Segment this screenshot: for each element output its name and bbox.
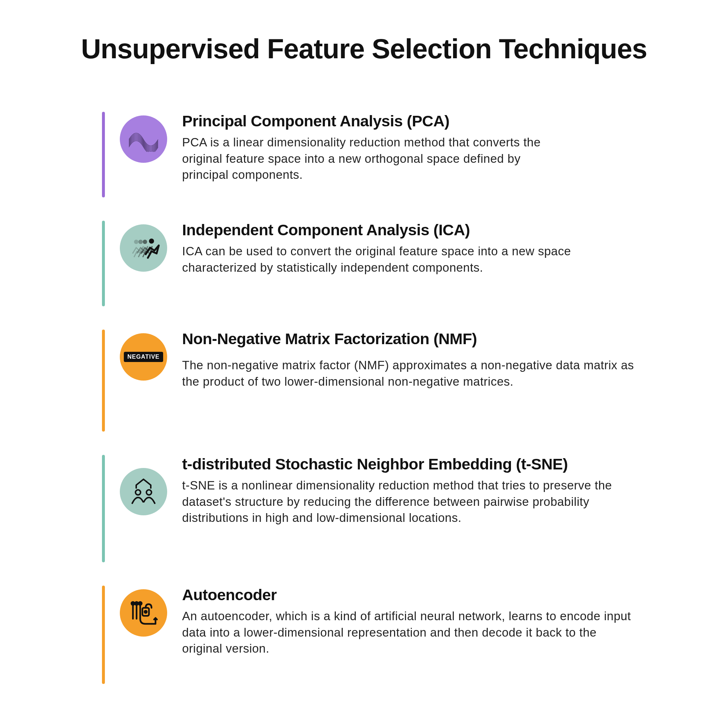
icon-wrap bbox=[118, 455, 169, 515]
svg-point-13 bbox=[145, 611, 147, 613]
item-description: An autoencoder, which is a kind of artif… bbox=[182, 608, 637, 657]
accent-bar bbox=[102, 455, 105, 562]
neighbors-icon bbox=[120, 468, 167, 515]
item-text: Autoencoder An autoencoder, which is a k… bbox=[182, 586, 637, 657]
item-text: t-distributed Stochastic Neighbor Embedd… bbox=[182, 455, 637, 526]
accent-bar bbox=[102, 586, 105, 684]
item-text: Independent Component Analysis (ICA) ICA… bbox=[182, 221, 637, 276]
item-text: Non-Negative Matrix Factorization (NMF) … bbox=[182, 330, 637, 390]
item-heading: Independent Component Analysis (ICA) bbox=[182, 221, 637, 240]
icon-wrap bbox=[118, 112, 169, 163]
svg-point-4 bbox=[136, 490, 141, 495]
icon-wrap bbox=[118, 586, 169, 636]
icon-wrap bbox=[118, 221, 169, 272]
svg-point-3 bbox=[149, 239, 154, 244]
list-item: Autoencoder An autoencoder, which is a k… bbox=[102, 586, 662, 684]
item-description: The non-negative matrix factor (NMF) app… bbox=[182, 357, 637, 390]
svg-point-0 bbox=[134, 240, 138, 244]
item-heading: Non-Negative Matrix Factorization (NMF) bbox=[182, 330, 637, 349]
item-heading: Autoencoder bbox=[182, 586, 637, 604]
list-item: Principal Component Analysis (PCA) PCA i… bbox=[102, 112, 662, 197]
item-text: Principal Component Analysis (PCA) PCA i… bbox=[182, 112, 637, 183]
negative-badge-label: NEGATIVE bbox=[124, 352, 164, 362]
list-item: NEGATIVE Non-Negative Matrix Factorizati… bbox=[102, 330, 662, 431]
item-description: ICA can be used to convert the original … bbox=[182, 243, 637, 276]
runner-icon bbox=[120, 224, 167, 272]
accent-bar bbox=[102, 112, 105, 197]
item-heading: t-distributed Stochastic Neighbor Embedd… bbox=[182, 455, 637, 474]
item-description: PCA is a linear dimensionality reduction… bbox=[182, 135, 554, 183]
accent-bar bbox=[102, 330, 105, 431]
item-description: t-SNE is a nonlinear dimensionality redu… bbox=[182, 477, 637, 526]
page-title: Unsupervised Feature Selection Technique… bbox=[73, 33, 656, 64]
negative-badge-icon: NEGATIVE bbox=[120, 333, 167, 381]
accent-bar bbox=[102, 221, 105, 306]
svg-point-2 bbox=[143, 240, 147, 244]
svg-point-5 bbox=[147, 490, 151, 495]
svg-point-9 bbox=[132, 602, 135, 605]
list-item: Independent Component Analysis (ICA) ICA… bbox=[102, 221, 662, 306]
wave-icon bbox=[120, 115, 167, 163]
icon-wrap: NEGATIVE bbox=[118, 330, 169, 381]
svg-point-11 bbox=[139, 602, 142, 605]
autoencoder-icon bbox=[120, 589, 167, 636]
list-item: t-distributed Stochastic Neighbor Embedd… bbox=[102, 455, 662, 562]
svg-point-1 bbox=[138, 240, 143, 244]
svg-point-10 bbox=[135, 602, 138, 605]
item-heading: Principal Component Analysis (PCA) bbox=[182, 112, 637, 131]
technique-list: Principal Component Analysis (PCA) PCA i… bbox=[102, 112, 662, 684]
